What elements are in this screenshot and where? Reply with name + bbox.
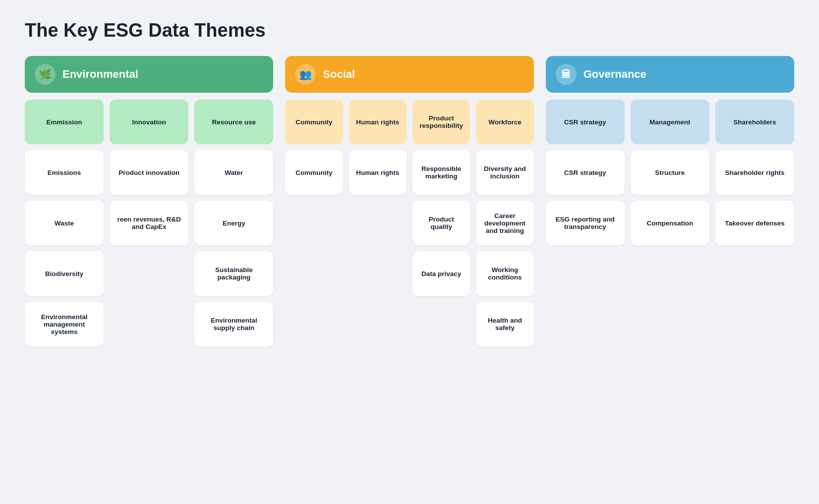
subcol-header-gov-col3: Shareholders xyxy=(715,100,794,144)
table-row: Working conditions xyxy=(476,251,533,296)
subcol-header-env-col2: Innovation xyxy=(110,100,188,144)
subcol-social-col2: Human rightsHuman rights xyxy=(349,100,407,346)
table-row: Water xyxy=(194,150,273,195)
empty-cell xyxy=(110,251,188,296)
subcol-header-env-col3: Resource use xyxy=(194,100,273,144)
subcol-env-col1: EmmissionEmissionsWasteBiodiversityEnvir… xyxy=(25,100,104,346)
table-row: ESG reporting and transparency xyxy=(546,201,625,245)
table-row: Environmental supply chain xyxy=(194,302,273,346)
table-row: Responsible marketing xyxy=(412,150,470,195)
table-row: Energy xyxy=(194,201,273,245)
table-row: Structure xyxy=(631,150,709,195)
table-row: Health and safety xyxy=(476,302,533,346)
table-row: Product quality xyxy=(412,201,470,245)
subcol-social-col3: Product responsibilityResponsible market… xyxy=(412,100,470,346)
empty-cell xyxy=(349,302,407,346)
environmental-label: Environmental xyxy=(62,68,138,81)
table-row: Compensation xyxy=(631,201,709,245)
subcol-gov-col3: ShareholdersShareholder rightsTakeover d… xyxy=(715,100,794,346)
table-row: Shareholder rights xyxy=(715,150,794,195)
social-icon: 👥 xyxy=(295,64,316,85)
subcol-header-social-col4: Workforce xyxy=(476,100,533,144)
environmental-subcols: EmmissionEmissionsWasteBiodiversityEnvir… xyxy=(25,100,273,346)
table-row: Sustainable packaging xyxy=(194,251,273,296)
page-title: The Key ESG Data Themes xyxy=(25,20,794,41)
empty-cell xyxy=(349,251,407,296)
table-row: Data privacy xyxy=(412,251,470,296)
governance-subcols: CSR strategyCSR strategyESG reporting an… xyxy=(546,100,794,346)
table-row: Takeover defenses xyxy=(715,201,794,245)
subcol-gov-col2: ManagementStructureCompensation xyxy=(631,100,709,346)
subcol-header-social-col3: Product responsibility xyxy=(412,100,470,144)
table-row: Diversity and inclusion xyxy=(476,150,533,195)
subcol-header-gov-col2: Management xyxy=(631,100,709,144)
subcol-header-env-col1: Emmission xyxy=(25,100,104,144)
subcol-gov-col1: CSR strategyCSR strategyESG reporting an… xyxy=(546,100,625,346)
empty-cell xyxy=(412,302,470,346)
table-row: Product innovation xyxy=(110,150,188,195)
subcol-header-social-col1: Community xyxy=(285,100,343,144)
subcol-header-social-col2: Human rights xyxy=(349,100,407,144)
empty-cell xyxy=(349,201,407,245)
subcol-env-col2: InnovationProduct innovationreen revenue… xyxy=(110,100,188,346)
table-row: Community xyxy=(285,150,343,195)
empty-cell xyxy=(631,251,709,296)
governance-icon: 🏛 xyxy=(556,64,577,85)
empty-cell xyxy=(715,302,794,346)
table-row: Human rights xyxy=(349,150,407,195)
environmental-header: 🌿Environmental xyxy=(25,56,273,93)
social-header: 👥Social xyxy=(285,56,533,93)
column-governance: 🏛GovernanceCSR strategyCSR strategyESG r… xyxy=(546,56,794,346)
table-row: Emissions xyxy=(25,150,104,195)
table-row: Biodiversity xyxy=(25,251,104,296)
empty-cell xyxy=(546,251,625,296)
subcol-social-col1: CommunityCommunity xyxy=(285,100,343,346)
governance-header: 🏛Governance xyxy=(546,56,794,93)
governance-label: Governance xyxy=(584,68,646,81)
table-row: reen revenues, R&D and CapEx xyxy=(110,201,188,245)
column-social: 👥SocialCommunityCommunityHuman rightsHum… xyxy=(285,56,533,346)
empty-cell xyxy=(715,251,794,296)
empty-cell xyxy=(546,302,625,346)
subcol-header-gov-col1: CSR strategy xyxy=(546,100,625,144)
table-row: Waste xyxy=(25,201,104,245)
table-row: Career development and training xyxy=(476,201,533,245)
main-columns: 🌿EnvironmentalEmmissionEmissionsWasteBio… xyxy=(25,56,794,346)
empty-cell xyxy=(285,251,343,296)
empty-cell xyxy=(631,302,709,346)
environmental-icon: 🌿 xyxy=(35,64,56,85)
table-row: CSR strategy xyxy=(546,150,625,195)
subcol-social-col4: WorkforceDiversity and inclusionCareer d… xyxy=(476,100,533,346)
empty-cell xyxy=(110,302,188,346)
column-environmental: 🌿EnvironmentalEmmissionEmissionsWasteBio… xyxy=(25,56,273,346)
social-subcols: CommunityCommunityHuman rightsHuman righ… xyxy=(285,100,533,346)
subcol-env-col3: Resource useWaterEnergySustainable packa… xyxy=(194,100,273,346)
empty-cell xyxy=(285,302,343,346)
empty-cell xyxy=(285,201,343,245)
social-label: Social xyxy=(323,68,355,81)
table-row: Environmental management systems xyxy=(25,302,104,346)
